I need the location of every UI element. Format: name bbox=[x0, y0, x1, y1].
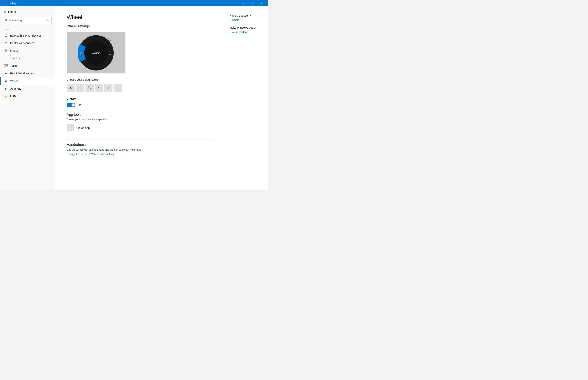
wheel-icon: ◉ bbox=[4, 79, 8, 83]
choose-tools-label: Choose your default tools bbox=[67, 78, 213, 81]
have-question-label: Have a question? bbox=[230, 14, 263, 17]
add-app-icon: + bbox=[67, 124, 74, 132]
pen-icon: ✒ bbox=[4, 72, 8, 75]
app-tools-desc: Create your own tools for a specific app… bbox=[67, 118, 213, 121]
titlebar-title: Settings bbox=[9, 2, 239, 4]
page-title: Wheel bbox=[67, 14, 213, 20]
tool-undo-btn[interactable]: ↩ bbox=[95, 84, 103, 92]
sidebar-item-pen-label: Pen & Windows Ink bbox=[10, 72, 34, 75]
add-app-button[interactable]: + Add an app bbox=[67, 124, 213, 132]
toggle-thumb bbox=[72, 103, 75, 107]
app-layout: ⌂ Home 🔍 Devices ⊡ Bluetooth & other dev… bbox=[0, 6, 268, 190]
sidebar-home-label: Home bbox=[8, 10, 16, 13]
tool-zoom-btn[interactable]: 🔍 bbox=[85, 84, 94, 92]
window-controls: – ⧉ ✕ bbox=[239, 0, 266, 6]
sidebar-item-autoplay-label: AutoPlay bbox=[10, 87, 21, 90]
sidebar-section-label: Devices bbox=[0, 25, 55, 32]
tools-row: 🔊 ↕ 🔍 ↩ + + bbox=[67, 84, 213, 92]
vibrate-section: Vibrate On bbox=[67, 97, 213, 107]
sidebar-item-typing[interactable]: ⌨ Typing bbox=[0, 62, 55, 70]
sidebar-item-mouse-label: Mouse bbox=[10, 49, 19, 52]
scroll-wheel-icon: ↕ bbox=[96, 37, 97, 39]
sidebar-item-printers[interactable]: 🖨 Printers & scanners bbox=[0, 39, 55, 47]
printer-icon: 🖨 bbox=[4, 41, 8, 45]
wheel-preview: 🔊 ↕ 🔍 ↩ Volume bbox=[67, 32, 125, 74]
sidebar-item-printers-label: Printers & scanners bbox=[10, 41, 34, 45]
make-better-label: Make Windows better. bbox=[230, 26, 263, 29]
sidebar-item-bluetooth[interactable]: ⊡ Bluetooth & other devices bbox=[0, 32, 55, 39]
vibrate-state-label: On bbox=[78, 103, 81, 107]
typing-icon: ⌨ bbox=[4, 64, 8, 68]
back-button[interactable]: ← bbox=[1, 0, 7, 6]
tool-add1-btn[interactable]: + bbox=[104, 84, 113, 92]
handedness-link[interactable]: Change this in Pen & Windows Ink setting… bbox=[67, 152, 115, 155]
sidebar-item-touchpad[interactable]: ▭ Touchpad bbox=[0, 54, 55, 62]
add-app-label: Add an app bbox=[76, 126, 90, 130]
wheel-volume-label: Volume bbox=[92, 52, 100, 55]
undo-wheel-icon: ↩ bbox=[109, 53, 111, 56]
autoplay-icon: ▶ bbox=[4, 87, 8, 91]
right-panel: Have a question? Get help Make Windows b… bbox=[225, 6, 268, 190]
app-tools-section: App tools Create your own tools for a sp… bbox=[67, 113, 213, 132]
handedness-section: Handedness Use the wheel with your left … bbox=[67, 143, 213, 155]
sidebar-item-home[interactable]: ⌂ Home bbox=[0, 8, 55, 15]
sidebar-item-usb-label: USB bbox=[10, 95, 16, 98]
app-tools-title: App tools bbox=[67, 113, 213, 117]
minimize-button[interactable]: – bbox=[239, 0, 248, 6]
mouse-icon: 🖱 bbox=[4, 49, 8, 52]
touchpad-icon: ▭ bbox=[4, 56, 8, 60]
sidebar-item-pen[interactable]: ✒ Pen & Windows Ink bbox=[0, 70, 55, 77]
main-content: Wheel Wheel settings 🔊 ↕ 🔍 ↩ Volume Choo… bbox=[55, 6, 225, 190]
usb-icon: ⚡ bbox=[4, 95, 8, 98]
wheel-outer-circle: 🔊 ↕ 🔍 ↩ Volume bbox=[78, 35, 114, 71]
wheel-settings-title: Wheel settings bbox=[67, 24, 213, 28]
handedness-desc: Use the wheel with your left hand and th… bbox=[67, 148, 213, 151]
divider bbox=[67, 139, 213, 139]
toggle-row: On bbox=[67, 103, 213, 107]
volume-wheel-icon: 🔊 bbox=[79, 52, 83, 55]
restore-button[interactable]: ⧉ bbox=[248, 0, 257, 6]
home-icon: ⌂ bbox=[4, 10, 6, 13]
sidebar-item-wheel-label: Wheel bbox=[10, 79, 18, 83]
search-icon: 🔍 bbox=[46, 19, 49, 22]
wheel-inner-circle: Volume bbox=[84, 41, 108, 65]
bluetooth-icon: ⊡ bbox=[4, 34, 8, 38]
sidebar-item-touchpad-label: Touchpad bbox=[10, 57, 22, 60]
tool-volume-btn[interactable]: 🔊 bbox=[67, 84, 75, 92]
sidebar-item-wheel[interactable]: ◉ Wheel bbox=[0, 77, 55, 85]
sidebar-item-mouse[interactable]: 🖱 Mouse bbox=[0, 47, 55, 54]
search-box: 🔍 bbox=[3, 17, 52, 24]
handedness-title: Handedness bbox=[67, 143, 213, 147]
zoom-wheel-icon: 🔍 bbox=[108, 38, 111, 41]
tool-add2-btn[interactable]: + bbox=[114, 84, 122, 92]
tool-scroll-btn[interactable]: ↕ bbox=[76, 84, 84, 92]
search-input[interactable] bbox=[5, 19, 46, 22]
close-button[interactable]: ✕ bbox=[257, 0, 266, 6]
sidebar-item-usb[interactable]: ⚡ USB bbox=[0, 93, 55, 100]
give-feedback-link[interactable]: Give us feedback bbox=[230, 31, 249, 34]
get-help-link[interactable]: Get help bbox=[230, 19, 263, 21]
sidebar: ⌂ Home 🔍 Devices ⊡ Bluetooth & other dev… bbox=[0, 6, 55, 190]
sidebar-item-autoplay[interactable]: ▶ AutoPlay bbox=[0, 85, 55, 93]
titlebar: ← Settings – ⧉ ✕ bbox=[0, 0, 268, 6]
vibrate-toggle[interactable] bbox=[67, 103, 75, 107]
toggle-track[interactable] bbox=[67, 103, 75, 107]
vibrate-title: Vibrate bbox=[67, 97, 213, 101]
back-icon: ← bbox=[3, 1, 6, 5]
sidebar-item-bluetooth-label: Bluetooth & other devices bbox=[10, 34, 41, 37]
sidebar-item-typing-label: Typing bbox=[10, 64, 18, 67]
